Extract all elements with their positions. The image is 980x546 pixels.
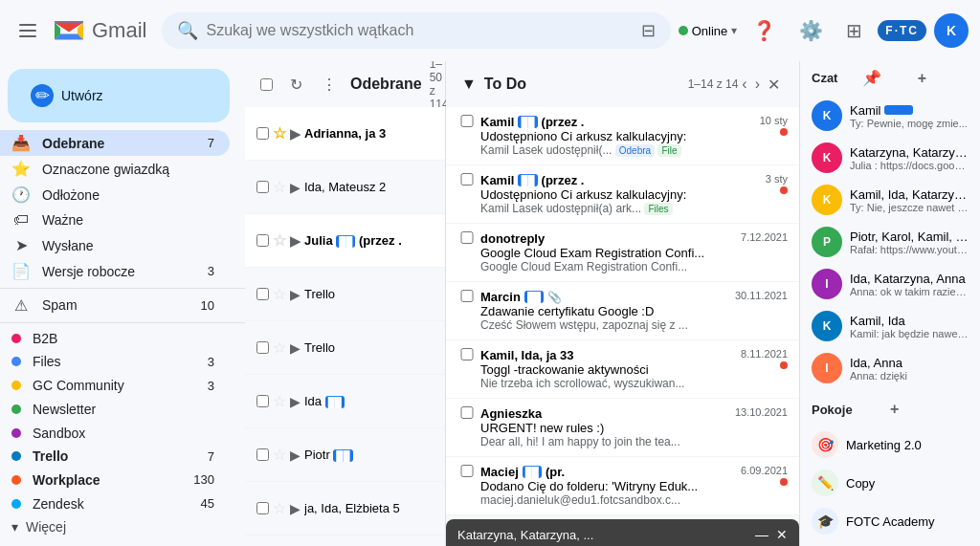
select-all-checkbox[interactable] [260, 78, 273, 91]
table-row[interactable]: ☆ ▶ ja, Ida, Elżbieta 5 portfolio Ady ..… [245, 482, 445, 535]
search-bar[interactable]: 🔍 ⊟ [162, 12, 670, 49]
email-checkbox[interactable] [256, 234, 269, 247]
todo-snippet: Kamil Lasek udostępnił(... Odebra File [480, 143, 752, 157]
refresh-button[interactable]: ↻ [284, 70, 308, 99]
list-item[interactable]: donotreply Google Cloud Exam Registratio… [446, 224, 799, 282]
status-dot [679, 26, 688, 35]
table-row[interactable]: ☆ ▶ Julia ██ (przez . Files Udoste... Op… [245, 214, 445, 268]
sidebar-item-newsletter[interactable]: Newsletter [0, 398, 230, 422]
chat-item[interactable]: K Kamil Ty: Pewnie, mogę zmie... [800, 95, 980, 137]
todo-checkbox[interactable] [457, 465, 477, 477]
sidebar-item-snoozed[interactable]: 🕐 Odłożone [0, 182, 230, 207]
sidebar-item-sandbox[interactable]: Sandbox [0, 421, 230, 445]
avatar-button[interactable]: K [934, 13, 969, 48]
todo-close-button[interactable]: ✕ [764, 72, 784, 98]
chat-item[interactable]: K Katarzyna, Katarzyna, J... Julia : htt… [800, 137, 980, 179]
star-icon[interactable]: ☆ [273, 231, 286, 250]
add-room-button[interactable]: + [890, 401, 969, 418]
todo-header[interactable]: ▼ To Do 1–14 z 14 ‹ › ✕ [446, 61, 799, 107]
sidebar-item-trello[interactable]: Trello 7 [0, 445, 230, 469]
chat-name: Ida, Katarzyna, Anna [850, 272, 969, 286]
sidebar-item-gc[interactable]: GC Community 3 [0, 374, 230, 398]
list-item[interactable]: Kamil, Ida, ja 33 Toggl -trackowanie akt… [446, 340, 799, 399]
sidebar-item-important[interactable]: 🏷 Ważne [0, 207, 230, 232]
star-icon[interactable]: ☆ [273, 339, 286, 357]
chat-item[interactable]: I Ida, Anna Anna: dzięki [800, 347, 980, 389]
star-icon[interactable]: ☆ [273, 178, 286, 196]
todo-checkbox[interactable] [457, 231, 477, 244]
chat-item[interactable]: I Ida, Katarzyna, Anna Anna: ok w takim … [800, 263, 980, 305]
help-button[interactable]: ❓ [745, 11, 784, 50]
table-row[interactable]: ☆ ▶ Mateusz██ Re: Zaproszeni... 10:13 [245, 535, 445, 546]
room-item-strona[interactable]: 🌐 Strona internetowa [800, 540, 980, 546]
list-item[interactable]: Maciej ██ (pr. Dodano Cię do folderu: 'W… [446, 457, 799, 515]
app-name: Gmail [92, 18, 146, 43]
table-row[interactable]: ☆ ▶ Ida ██ Re: Zaproszeni... 11:54 [245, 375, 445, 428]
email-checkbox[interactable] [256, 127, 269, 140]
todo-prev-button[interactable]: ‹ [738, 72, 750, 97]
search-input[interactable] [206, 22, 633, 39]
sidebar-item-b2b[interactable]: B2B [0, 326, 230, 350]
star-icon[interactable]: ☆ [273, 499, 286, 517]
settings-button[interactable]: ⚙️ [791, 11, 831, 50]
sidebar-item-spam[interactable]: ⚠ Spam 10 [0, 293, 230, 318]
status-indicator[interactable]: Online ▾ [679, 24, 738, 38]
todo-checkbox[interactable] [457, 290, 477, 302]
show-more-button[interactable]: ▾ Więcej [0, 515, 245, 538]
todo-checkbox[interactable] [457, 348, 477, 360]
todo-next-button[interactable]: › [751, 72, 764, 97]
add-chat-button[interactable]: + [918, 70, 969, 87]
todo-checkbox[interactable] [457, 173, 477, 186]
email-checkbox[interactable] [256, 341, 269, 354]
todo-checkbox[interactable] [457, 406, 477, 419]
todo-checkbox[interactable] [457, 115, 477, 127]
list-item[interactable]: Kamil ██ (przez . Udostępniono Ci arkusz… [446, 165, 799, 224]
star-icon[interactable]: ☆ [273, 285, 286, 303]
compose-icon: ✏ [31, 84, 54, 107]
list-item[interactable]: Marcin ██ 📎 Zdawanie certyfikatu Google … [446, 282, 799, 340]
room-item-marketing[interactable]: 🎯 Marketing 2.0 [800, 426, 980, 464]
floating-chat-close[interactable]: ✕ [776, 527, 788, 542]
email-checkbox[interactable] [256, 395, 269, 407]
todo-count: 1–14 z 14 [688, 77, 739, 91]
pin-icon[interactable]: 📌 [862, 69, 913, 87]
chat-item[interactable]: K Kamil, Ida, Katarzyna, P... Ty: Nie, j… [800, 179, 980, 221]
sidebar-item-workplace[interactable]: Workplace 130 [0, 469, 230, 492]
forward-icon: ▶ [290, 287, 301, 302]
chat-item[interactable]: K Kamil, Ida Kamil: jak będzie nawet jak… [800, 305, 980, 347]
email-checkbox[interactable] [256, 502, 269, 514]
floating-chat-minimize[interactable]: — [755, 527, 768, 542]
table-row[interactable]: ☆ ▶ Piotr ██ Zaproszenie: ... 📅 11:49 [245, 428, 445, 482]
table-row[interactable]: ☆ ▶ Ida, Mateusz 2 Files Content... Cont… [245, 161, 445, 214]
room-item-fotc-academy[interactable]: 🎓 FOTC Academy [800, 502, 980, 540]
email-checkbox[interactable] [256, 448, 269, 461]
sidebar-item-drafts[interactable]: 📄 Wersje robocze 3 [0, 258, 230, 284]
email-checkbox[interactable] [256, 288, 269, 300]
fotc-badge[interactable]: F·TC [878, 20, 926, 41]
sidebar-item-starred[interactable]: ⭐ Oznaczone gwiazdką [0, 156, 230, 182]
floating-chat-bar[interactable]: Katarzyna, Katarzyna, ... — ✕ [446, 519, 799, 546]
files-label: Files [33, 354, 208, 369]
star-icon[interactable]: ☆ [273, 392, 286, 410]
topbar-right: Online ▾ ❓ ⚙️ ⊞ F·TC K [679, 11, 969, 50]
table-row[interactable]: ☆ ▶ Trello Trello Katarz... 13:32 [245, 268, 445, 321]
chat-item[interactable]: P Piotr, Karol, Kamil, Ida, ... Rafał: h… [800, 221, 980, 263]
todo-content: donotreply Google Cloud Exam Registratio… [480, 231, 733, 273]
sidebar-item-files[interactable]: Files 3 [0, 350, 230, 374]
more-options-button[interactable]: ⋮ [316, 70, 343, 99]
list-item[interactable]: Agnieszka URGENT! new rules :) Dear all,… [446, 399, 799, 457]
sidebar-item-inbox[interactable]: 📥 Odebrane 7 [0, 130, 230, 156]
room-item-copy[interactable]: ✏️ Copy [800, 464, 980, 502]
menu-button[interactable] [11, 14, 44, 47]
table-row[interactable]: ☆ ▶ Adrianna, ja 3 CV + Portfolio - PDF … [245, 107, 445, 161]
sidebar-item-sent[interactable]: ➤ Wysłane [0, 232, 230, 258]
sidebar-item-zendesk[interactable]: Zendesk 45 [0, 491, 230, 515]
star-icon[interactable]: ☆ [273, 446, 286, 464]
apps-button[interactable]: ⊞ [838, 11, 870, 50]
compose-button[interactable]: ✏ Utwórz [8, 69, 230, 122]
table-row[interactable]: ☆ ▶ Trello Trello Katarz... 12:35 [245, 321, 445, 375]
star-icon[interactable]: ☆ [273, 124, 286, 142]
list-item[interactable]: Kamil ██ (przez . Udostępniono Ci arkusz… [446, 107, 799, 165]
email-checkbox[interactable] [256, 181, 269, 193]
snoozed-icon: 🕐 [11, 186, 31, 204]
